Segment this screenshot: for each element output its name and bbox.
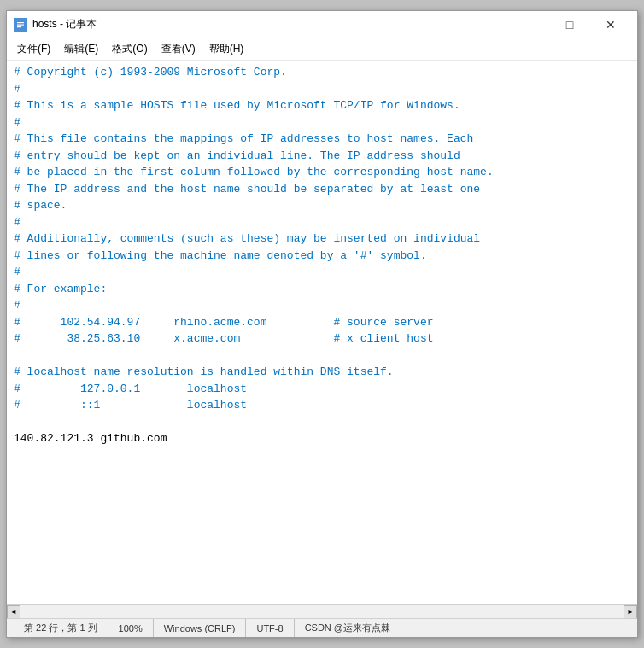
status-bar: 第 22 行，第 1 列 100% Windows (CRLF) UTF-8 C… <box>7 618 637 637</box>
menu-format[interactable]: 格式(O) <box>105 40 154 58</box>
notepad-window: hosts - 记事本 — □ ✕ 文件(F) 编辑(E) 格式(O) 查看(V… <box>6 10 638 638</box>
minimize-button[interactable]: — <box>509 12 548 38</box>
svg-rect-3 <box>17 26 21 27</box>
scroll-left-button[interactable]: ◀ <box>7 605 20 619</box>
zoom-level: 100% <box>108 619 154 637</box>
title-bar: hosts - 记事本 — □ ✕ <box>7 11 637 38</box>
close-button[interactable]: ✕ <box>591 12 630 38</box>
menu-edit[interactable]: 编辑(E) <box>57 40 105 58</box>
editor-content[interactable]: # Copyright (c) 1993-2009 Microsoft Corp… <box>14 64 630 601</box>
line-ending: Windows (CRLF) <box>154 619 247 637</box>
maximize-button[interactable]: □ <box>550 12 589 38</box>
app-icon <box>14 18 27 32</box>
svg-rect-2 <box>17 24 24 25</box>
svg-rect-1 <box>17 22 24 23</box>
window-controls: — □ ✕ <box>509 12 630 38</box>
window-title: hosts - 记事本 <box>32 17 509 32</box>
editor-area[interactable]: # Copyright (c) 1993-2009 Microsoft Corp… <box>7 61 637 604</box>
cursor-position: 第 22 行，第 1 列 <box>14 619 108 637</box>
watermark-text: CSDN @运来有点棘 <box>295 619 401 637</box>
menu-file[interactable]: 文件(F) <box>10 40 57 58</box>
character-encoding: UTF-8 <box>246 619 294 637</box>
menu-view[interactable]: 查看(V) <box>155 40 202 58</box>
menu-bar: 文件(F) 编辑(E) 格式(O) 查看(V) 帮助(H) <box>7 38 637 61</box>
horizontal-scrollbar[interactable]: ◀ ▶ <box>7 604 637 618</box>
menu-help[interactable]: 帮助(H) <box>202 40 251 58</box>
scroll-right-button[interactable]: ▶ <box>624 605 637 619</box>
